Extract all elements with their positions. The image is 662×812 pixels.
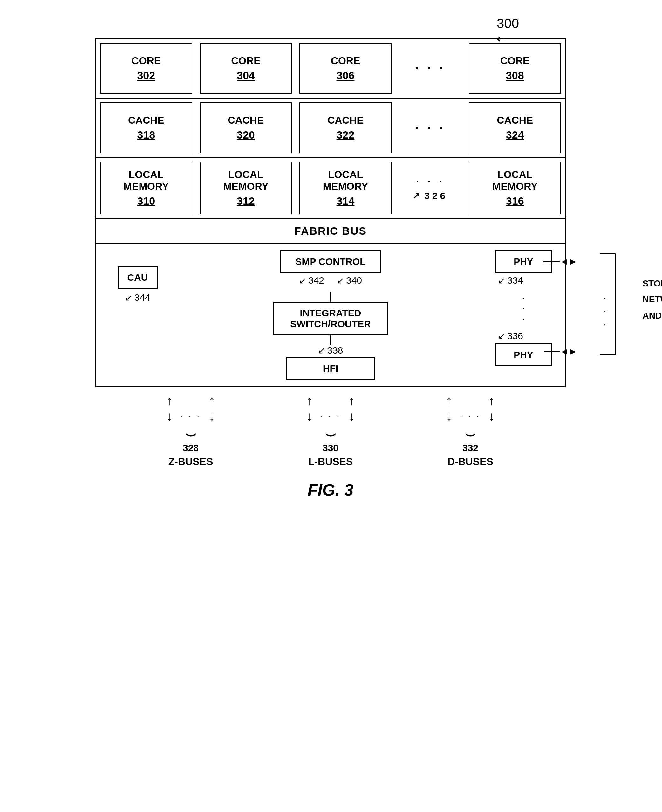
core-308: CORE 308 — [469, 43, 561, 94]
cache-324: CACHE 324 — [469, 102, 561, 153]
cau-ref-arrow: ↙ — [125, 293, 132, 303]
cores-row: CORE 302 CORE 304 CORE 306 · · · CORE 30… — [96, 39, 565, 98]
lmem-dots: · · · ↗ 326 — [399, 162, 461, 214]
lmem-row: LOCALMEMORY 310 LOCALMEMORY 312 LOCALMEM… — [96, 158, 565, 219]
lower-center: SMP CONTROL ↙ 342 ↙ 340 — [179, 250, 482, 380]
hfi-ref-label: 338 — [327, 345, 343, 356]
bus-group-z: ↑ ↓ · · · ↑ ↓ ⌣ 328 Z-BUSES — [166, 394, 215, 468]
core-dots: · · · — [399, 43, 461, 94]
bus-group-l: ↑ ↓ · · · ↑ ↓ ⌣ 330 L-BUSES — [306, 394, 355, 468]
diagram-container: CORE 302 CORE 304 CORE 306 · · · CORE 30… — [51, 38, 610, 500]
integrated-switch-box: INTEGRATEDSWITCH/ROUTER — [273, 302, 388, 335]
cache-row: CACHE 318 CACHE 320 CACHE 322 · · · CACH… — [96, 98, 565, 158]
ref-300-label: 300 — [497, 16, 519, 31]
core-302: CORE 302 — [100, 43, 192, 94]
lower-right: PHY ↙ 334 ◄► ··· — [488, 250, 558, 366]
core-304: CORE 304 — [200, 43, 292, 94]
hfi-box: HFI — [286, 357, 375, 380]
core-306: CORE 306 — [299, 43, 392, 94]
lmem-312: LOCALMEMORY 312 — [200, 162, 292, 214]
cache-322: CACHE 322 — [299, 102, 392, 153]
lower-left: CAU ↙ 344 — [103, 250, 173, 303]
smp-control-box: SMP CONTROL — [280, 250, 381, 273]
chip-box: CORE 302 CORE 304 CORE 306 · · · CORE 30… — [95, 38, 566, 387]
cache-dots: · · · — [399, 102, 461, 153]
phy-bottom-box: PHY — [495, 343, 552, 366]
bus-group-d: ↑ ↓ · · · ↑ ↓ ⌣ 332 D-BUSES — [446, 394, 495, 468]
lower-section: CAU ↙ 344 SMP CONTROL ↙ 342 — [96, 244, 565, 386]
lmem-316: LOCALMEMORY 316 — [469, 162, 561, 214]
buses-section: ↑ ↓ · · · ↑ ↓ ⌣ 328 Z-BUSES — [95, 394, 566, 468]
cau-ref: 344 — [134, 292, 150, 303]
fabric-bus: FABRIC BUS — [96, 219, 565, 244]
cau-box: CAU — [117, 266, 158, 289]
fig-label: FIG. 3 — [51, 481, 610, 500]
cache-318: CACHE 318 — [100, 102, 192, 153]
phy-dots: ··· — [522, 292, 525, 324]
lmem-314: LOCALMEMORY 314 — [299, 162, 392, 214]
cache-320: CACHE 320 — [200, 102, 292, 153]
lmem-310: LOCALMEMORY 310 — [100, 162, 192, 214]
